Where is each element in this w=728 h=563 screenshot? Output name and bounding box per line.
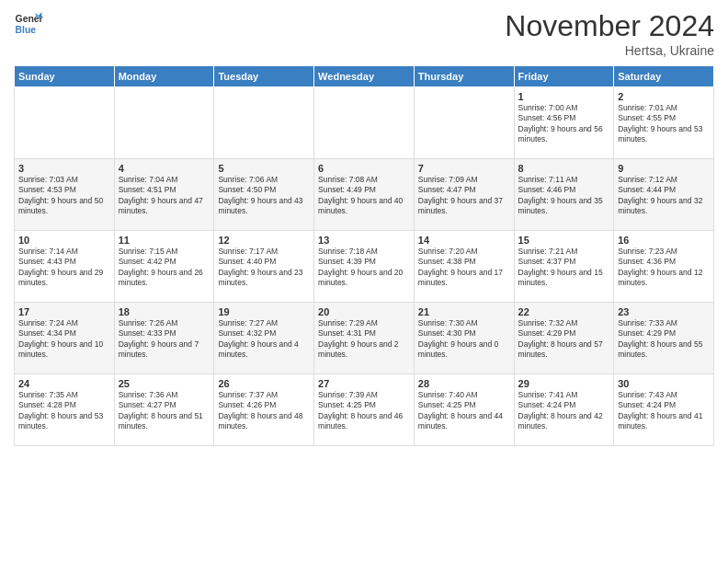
table-row: 12Sunrise: 7:17 AMSunset: 4:40 PMDayligh… — [214, 231, 314, 303]
title-block: November 2024 Hertsa, Ukraine — [505, 9, 714, 58]
day-info: Sunrise: 7:04 AMSunset: 4:51 PMDaylight:… — [119, 175, 210, 217]
table-row: 10Sunrise: 7:14 AMSunset: 4:43 PMDayligh… — [15, 231, 115, 303]
table-row: 8Sunrise: 7:11 AMSunset: 4:46 PMDaylight… — [514, 159, 614, 231]
table-row: 15Sunrise: 7:21 AMSunset: 4:37 PMDayligh… — [514, 231, 614, 303]
day-info: Sunrise: 7:40 AMSunset: 4:25 PMDaylight:… — [418, 390, 510, 432]
col-sunday: Sunday — [15, 66, 115, 87]
day-info: Sunrise: 7:26 AMSunset: 4:33 PMDaylight:… — [119, 318, 210, 361]
day-number: 6 — [318, 163, 410, 174]
day-number: 18 — [119, 306, 210, 317]
day-info: Sunrise: 7:21 AMSunset: 4:37 PMDaylight:… — [518, 247, 610, 289]
day-number: 4 — [119, 163, 210, 174]
logo-icon: General Blue — [14, 9, 43, 39]
calendar-week-2: 3Sunrise: 7:03 AMSunset: 4:53 PMDaylight… — [15, 159, 714, 231]
day-number: 12 — [218, 235, 310, 246]
day-info: Sunrise: 7:23 AMSunset: 4:36 PMDaylight:… — [618, 247, 710, 289]
day-number: 22 — [518, 306, 610, 317]
logo: General Blue — [14, 9, 43, 39]
day-number: 15 — [518, 235, 610, 246]
table-row: 27Sunrise: 7:39 AMSunset: 4:25 PMDayligh… — [314, 374, 415, 446]
day-number: 20 — [318, 306, 410, 317]
day-info: Sunrise: 7:27 AMSunset: 4:32 PMDaylight:… — [218, 318, 310, 361]
table-row: 19Sunrise: 7:27 AMSunset: 4:32 PMDayligh… — [214, 303, 314, 374]
day-number: 13 — [318, 235, 410, 246]
day-info: Sunrise: 7:06 AMSunset: 4:50 PMDaylight:… — [218, 175, 310, 217]
table-row — [15, 87, 115, 159]
table-row: 6Sunrise: 7:08 AMSunset: 4:49 PMDaylight… — [314, 159, 415, 231]
day-number: 16 — [618, 235, 710, 246]
day-info: Sunrise: 7:12 AMSunset: 4:44 PMDaylight:… — [618, 175, 710, 217]
table-row: 20Sunrise: 7:29 AMSunset: 4:31 PMDayligh… — [314, 303, 415, 374]
subtitle: Hertsa, Ukraine — [505, 43, 714, 58]
day-number: 25 — [119, 378, 210, 389]
day-number: 7 — [418, 163, 510, 174]
day-number: 30 — [618, 378, 710, 389]
day-info: Sunrise: 7:00 AMSunset: 4:56 PMDaylight:… — [518, 103, 610, 145]
table-row: 1Sunrise: 7:00 AMSunset: 4:56 PMDaylight… — [514, 87, 614, 159]
day-number: 3 — [18, 163, 110, 174]
day-info: Sunrise: 7:01 AMSunset: 4:55 PMDaylight:… — [618, 103, 710, 145]
col-friday: Friday — [514, 66, 614, 87]
table-row: 16Sunrise: 7:23 AMSunset: 4:36 PMDayligh… — [614, 231, 714, 303]
table-row: 14Sunrise: 7:20 AMSunset: 4:38 PMDayligh… — [414, 231, 514, 303]
day-info: Sunrise: 7:14 AMSunset: 4:43 PMDaylight:… — [18, 247, 110, 289]
day-number: 1 — [518, 91, 610, 102]
calendar-week-3: 10Sunrise: 7:14 AMSunset: 4:43 PMDayligh… — [15, 231, 714, 303]
header: General Blue November 2024 Hertsa, Ukrai… — [14, 9, 714, 58]
day-number: 10 — [18, 235, 110, 246]
table-row — [214, 87, 314, 159]
day-info: Sunrise: 7:37 AMSunset: 4:26 PMDaylight:… — [218, 390, 310, 432]
day-number: 26 — [218, 378, 310, 389]
table-row: 7Sunrise: 7:09 AMSunset: 4:47 PMDaylight… — [414, 159, 514, 231]
table-row: 3Sunrise: 7:03 AMSunset: 4:53 PMDaylight… — [15, 159, 115, 231]
table-row: 21Sunrise: 7:30 AMSunset: 4:30 PMDayligh… — [414, 303, 514, 374]
day-number: 21 — [418, 306, 510, 317]
table-row: 13Sunrise: 7:18 AMSunset: 4:39 PMDayligh… — [314, 231, 415, 303]
table-row: 18Sunrise: 7:26 AMSunset: 4:33 PMDayligh… — [114, 303, 214, 374]
table-row: 24Sunrise: 7:35 AMSunset: 4:28 PMDayligh… — [15, 374, 115, 446]
col-monday: Monday — [114, 66, 214, 87]
table-row: 2Sunrise: 7:01 AMSunset: 4:55 PMDaylight… — [614, 87, 714, 159]
day-info: Sunrise: 7:39 AMSunset: 4:25 PMDaylight:… — [318, 390, 410, 432]
day-number: 17 — [18, 306, 110, 317]
day-number: 5 — [218, 163, 310, 174]
day-info: Sunrise: 7:20 AMSunset: 4:38 PMDaylight:… — [418, 247, 510, 289]
day-info: Sunrise: 7:33 AMSunset: 4:29 PMDaylight:… — [618, 318, 710, 361]
table-row — [114, 87, 214, 159]
day-info: Sunrise: 7:17 AMSunset: 4:40 PMDaylight:… — [218, 247, 310, 289]
day-number: 19 — [218, 306, 310, 317]
day-number: 24 — [18, 378, 110, 389]
col-saturday: Saturday — [614, 66, 714, 87]
table-row — [414, 87, 514, 159]
month-title: November 2024 — [505, 9, 714, 43]
day-info: Sunrise: 7:08 AMSunset: 4:49 PMDaylight:… — [318, 175, 410, 217]
table-row: 26Sunrise: 7:37 AMSunset: 4:26 PMDayligh… — [214, 374, 314, 446]
col-tuesday: Tuesday — [214, 66, 314, 87]
table-row: 29Sunrise: 7:41 AMSunset: 4:24 PMDayligh… — [514, 374, 614, 446]
table-row: 23Sunrise: 7:33 AMSunset: 4:29 PMDayligh… — [614, 303, 714, 374]
day-info: Sunrise: 7:18 AMSunset: 4:39 PMDaylight:… — [318, 247, 410, 289]
day-info: Sunrise: 7:41 AMSunset: 4:24 PMDaylight:… — [518, 390, 610, 432]
col-wednesday: Wednesday — [314, 66, 415, 87]
day-info: Sunrise: 7:29 AMSunset: 4:31 PMDaylight:… — [318, 318, 410, 361]
calendar-week-5: 24Sunrise: 7:35 AMSunset: 4:28 PMDayligh… — [15, 374, 714, 446]
col-thursday: Thursday — [414, 66, 514, 87]
day-info: Sunrise: 7:11 AMSunset: 4:46 PMDaylight:… — [518, 175, 610, 217]
table-row: 28Sunrise: 7:40 AMSunset: 4:25 PMDayligh… — [414, 374, 514, 446]
day-info: Sunrise: 7:03 AMSunset: 4:53 PMDaylight:… — [18, 175, 110, 217]
table-row: 25Sunrise: 7:36 AMSunset: 4:27 PMDayligh… — [114, 374, 214, 446]
day-number: 11 — [119, 235, 210, 246]
calendar-table: Sunday Monday Tuesday Wednesday Thursday… — [14, 65, 714, 446]
day-number: 23 — [618, 306, 710, 317]
day-info: Sunrise: 7:32 AMSunset: 4:29 PMDaylight:… — [518, 318, 610, 361]
day-info: Sunrise: 7:36 AMSunset: 4:27 PMDaylight:… — [119, 390, 210, 432]
day-info: Sunrise: 7:09 AMSunset: 4:47 PMDaylight:… — [418, 175, 510, 217]
day-number: 27 — [318, 378, 410, 389]
page-container: General Blue November 2024 Hertsa, Ukrai… — [0, 0, 728, 563]
table-row: 4Sunrise: 7:04 AMSunset: 4:51 PMDaylight… — [114, 159, 214, 231]
day-number: 14 — [418, 235, 510, 246]
table-row: 22Sunrise: 7:32 AMSunset: 4:29 PMDayligh… — [514, 303, 614, 374]
calendar-week-1: 1Sunrise: 7:00 AMSunset: 4:56 PMDaylight… — [15, 87, 714, 159]
day-info: Sunrise: 7:43 AMSunset: 4:24 PMDaylight:… — [618, 390, 710, 432]
calendar-week-4: 17Sunrise: 7:24 AMSunset: 4:34 PMDayligh… — [15, 303, 714, 374]
